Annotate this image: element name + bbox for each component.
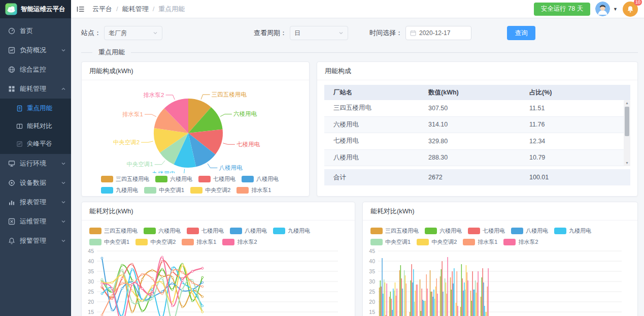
legend-item[interactable]: 九楼用电: [554, 227, 591, 235]
bar-series-7: [457, 271, 457, 316]
submenu-item-0[interactable]: 重点用能: [0, 100, 71, 117]
scrollbar-thumb[interactable]: [625, 107, 629, 136]
menu-fold-icon[interactable]: [76, 5, 85, 14]
scroll-down-icon[interactable]: ▼: [624, 160, 630, 166]
scroll-up-icon[interactable]: ▲: [624, 100, 630, 106]
legend-label: 七楼用电: [483, 227, 505, 235]
data-point: [121, 274, 123, 276]
sidebar-item-6[interactable]: 报表管理: [0, 193, 71, 212]
legend-swatch: [242, 176, 254, 182]
legend-swatch: [155, 176, 167, 182]
legend-item[interactable]: 六楼用电: [144, 227, 181, 235]
data-point: [191, 281, 193, 283]
data-point: [101, 278, 103, 280]
bar-series-7: [436, 278, 437, 316]
submenu-item-2[interactable]: 尖峰平谷: [0, 135, 71, 153]
bar-series-5: [445, 278, 445, 316]
table-cell: 八楼用电: [324, 153, 428, 162]
breadcrumb-item-0[interactable]: 云平台: [92, 5, 112, 14]
legend-item[interactable]: 中央空调1: [144, 186, 184, 194]
safe-run-button[interactable]: 安全运行 78 天: [534, 3, 590, 16]
legend-item[interactable]: 排水泵1: [182, 238, 216, 246]
user-menu-caret-icon[interactable]: ▼: [613, 7, 618, 12]
legend-item[interactable]: 排水泵2: [222, 238, 257, 246]
legend-item[interactable]: 排水泵1: [236, 186, 271, 194]
bar-series-2: [482, 268, 483, 316]
legend-item[interactable]: 八楼用电: [511, 227, 548, 235]
sidebar-item-8[interactable]: 报警管理: [0, 231, 71, 250]
legend-label: 七楼用电: [201, 227, 224, 235]
line-chart[interactable]: 45403530252015105: [82, 247, 342, 316]
legend-item[interactable]: 七楼用电: [187, 227, 224, 235]
submenu: 重点用能能耗对比尖峰平谷: [0, 99, 71, 154]
bar-series-5: [485, 312, 486, 316]
station-select[interactable]: 老厂房: [104, 26, 162, 40]
sidebar-item-0[interactable]: 首页: [0, 21, 71, 41]
legend-item[interactable]: 七楼用电: [468, 227, 505, 235]
bar-series-6: [486, 312, 487, 316]
notification-bell[interactable]: 10: [623, 2, 638, 17]
data-point: [141, 273, 143, 275]
legend-item[interactable]: 六楼用电: [155, 175, 192, 183]
avatar-image: [595, 2, 610, 16]
legend-item[interactable]: 三四五楼用电: [89, 227, 138, 235]
legend-label: 排水泵1: [251, 186, 271, 194]
legend-item[interactable]: 八楼用电: [242, 175, 279, 183]
query-button[interactable]: 查询: [507, 26, 535, 40]
avatar[interactable]: [595, 2, 610, 16]
legend-item[interactable]: 九楼用电: [273, 227, 310, 235]
table-cell: 314.10: [428, 121, 529, 128]
legend-label: 六楼用电: [158, 227, 181, 235]
legend-item[interactable]: 六楼用电: [425, 227, 462, 235]
chevron-down-icon: [338, 30, 344, 36]
bar-series-5: [465, 290, 465, 316]
legend-item[interactable]: 中央空调1: [370, 238, 411, 246]
bar-series-1: [380, 280, 381, 316]
sidebar-item-7[interactable]: 运维管理: [0, 212, 71, 231]
legend-item[interactable]: 八楼用电: [230, 227, 267, 235]
doc-icon: [16, 105, 23, 112]
legend-item[interactable]: 排水泵2: [503, 238, 538, 246]
bar-chart[interactable]: 45403530252015105: [363, 247, 624, 316]
pie-chart[interactable]: 三四五楼用电六楼用电七楼用电八楼用电九楼用电中央空调1中央空调2排水泵1排水泵2: [82, 80, 295, 173]
legend-swatch: [236, 187, 249, 194]
legend-item[interactable]: 中央空调2: [417, 238, 457, 246]
data-point: [161, 277, 163, 279]
data-point: [111, 288, 113, 290]
legend-item[interactable]: 中央空调1: [89, 238, 129, 246]
bar-series-4: [474, 290, 474, 316]
data-point: [141, 288, 143, 290]
sidebar-item-2[interactable]: 综合监控: [0, 60, 71, 79]
bar-series-0: [440, 276, 440, 316]
legend-item[interactable]: 中央空调2: [135, 238, 176, 246]
sidebar-item-5[interactable]: 设备数据: [0, 173, 71, 193]
submenu-item-1[interactable]: 能耗对比: [0, 117, 71, 135]
sidebar-item-3[interactable]: 能耗管理: [0, 79, 71, 99]
line-card-title: 能耗对比(kWh): [82, 202, 355, 220]
legend-label: 七楼用电: [213, 175, 235, 183]
legend-item[interactable]: 中央空调2: [190, 186, 230, 194]
filter-row: 站点： 老厂房 查看周期： 日 时间选择：: [81, 25, 638, 41]
legend-item[interactable]: 三四五楼用电: [101, 175, 149, 183]
data-point: [121, 269, 123, 271]
bar-series-0: [460, 307, 461, 316]
y-axis-tick-label: 30: [369, 278, 375, 285]
legend-item[interactable]: 排水泵1: [463, 238, 497, 246]
cards-row-1: 用能构成(kWh) 三四五楼用电六楼用电七楼用电八楼用电九楼用电中央空调1中央空…: [81, 61, 638, 197]
table-total-row: 合计2672100.01: [324, 169, 630, 185]
legend-item[interactable]: 七楼用电: [198, 175, 235, 183]
table-row: 八楼用电288.3010.79: [324, 150, 630, 167]
legend-item[interactable]: 九楼用电: [101, 186, 138, 194]
data-point: [151, 298, 153, 300]
peak-icon: [16, 141, 23, 147]
breadcrumb-item-1[interactable]: 能耗管理: [122, 5, 149, 14]
date-value: 2020-12-17: [419, 29, 450, 37]
bar-series-1: [431, 292, 431, 316]
sidebar-item-1[interactable]: 负荷概况: [0, 41, 71, 60]
period-select[interactable]: 日: [290, 26, 348, 40]
legend-item[interactable]: 三四五楼用电: [370, 227, 419, 235]
sidebar-item-4[interactable]: 运行环境: [0, 154, 71, 173]
bar-series-1: [421, 311, 421, 316]
bar-series-8: [447, 257, 448, 316]
date-picker-input[interactable]: 2020-12-17: [405, 26, 471, 40]
